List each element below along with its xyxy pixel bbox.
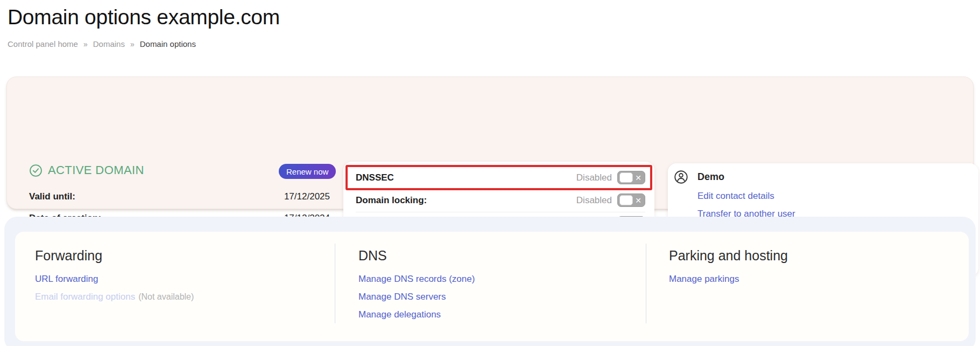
active-domain-card: ACTIVE DOMAIN Renew now Valid until: 17/… [6,77,974,209]
parking-title: Parking and hosting [669,248,788,264]
dnssec-row: DNSSEC Disabled ✕ [356,167,645,189]
valid-until-row: Valid until: 17/12/2025 [29,191,330,202]
valid-until-label: Valid until: [29,191,75,202]
domain-options-page: Domain options example.com Control panel… [0,0,980,346]
divider [335,244,335,323]
dnssec-state: Disabled [576,172,612,183]
domain-locking-toggle[interactable]: ✕ [617,193,645,207]
url-forwarding-link[interactable]: URL forwarding [35,274,194,285]
forwarding-column: Forwarding URL forwarding Email forwardi… [35,248,194,302]
dns-title: DNS [358,248,475,264]
email-forwarding-options-link-disabled: Email forwarding options [35,292,135,302]
manage-dns-servers-link[interactable]: Manage DNS servers [358,292,475,302]
x-icon: ✕ [635,196,641,204]
manage-parkings-link[interactable]: Manage parkings [669,274,788,285]
edit-contact-details-link[interactable]: Edit contact details [697,191,847,202]
domain-locking-row: Domain locking: Disabled ✕ [356,189,645,212]
breadcrumb-separator-icon: » [130,40,135,49]
contact-header: Demo [674,170,724,184]
breadcrumb-separator-icon: » [83,40,88,49]
breadcrumb-domain-options: Domain options [140,39,196,49]
breadcrumb-control-panel-home[interactable]: Control panel home [8,39,78,49]
manage-delegations-link[interactable]: Manage delegations [358,309,475,320]
renew-now-button[interactable]: Renew now [279,164,336,179]
toggle-knob [619,172,633,183]
dnssec-toggle[interactable]: ✕ [617,171,645,184]
status-badge: ACTIVE DOMAIN [48,163,144,177]
domain-locking-state: Disabled [576,195,612,206]
breadcrumb: Control panel home » Domains » Domain op… [8,39,196,49]
contact-name: Demo [697,171,724,183]
dnssec-label: DNSSEC [356,172,394,183]
domain-locking-label: Domain locking: [356,195,427,206]
domain-status: ACTIVE DOMAIN [29,163,144,178]
breadcrumb-domains[interactable]: Domains [93,39,125,49]
parking-column: Parking and hosting Manage parkings [669,248,788,285]
not-available-note: (Not available) [138,292,194,302]
forwarding-title: Forwarding [35,248,194,264]
manage-dns-records-link[interactable]: Manage DNS records (zone) [358,274,475,285]
tools-card: Forwarding URL forwarding Email forwardi… [15,232,969,341]
x-icon: ✕ [635,174,641,181]
toggle-knob [619,195,633,205]
page-title: Domain options example.com [8,4,280,30]
tools-section: Forwarding URL forwarding Email forwardi… [4,217,976,346]
user-circle-icon [674,170,688,184]
check-circle-icon [29,164,43,177]
dns-column: DNS Manage DNS records (zone) Manage DNS… [358,248,475,320]
divider [646,244,646,323]
valid-until-value: 17/12/2025 [284,191,330,202]
